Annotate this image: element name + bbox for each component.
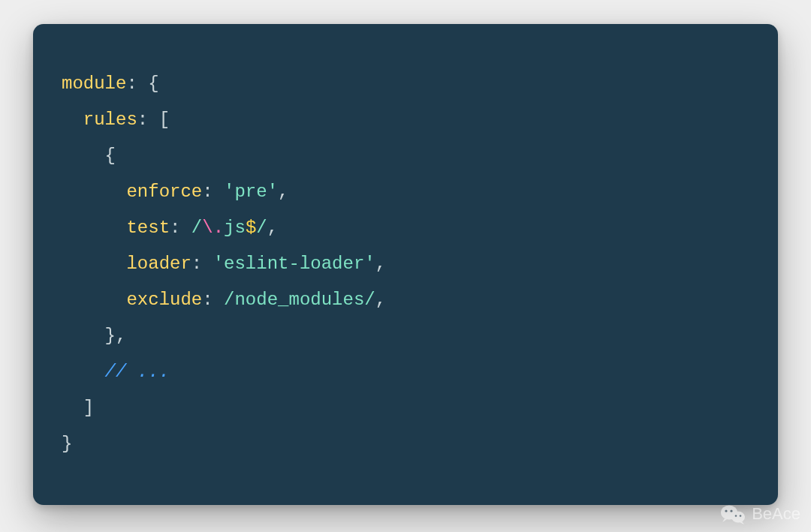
code-token: , <box>278 182 288 202</box>
code-token: / <box>191 218 202 238</box>
code-token: test <box>126 218 170 238</box>
svg-point-5 <box>740 515 742 517</box>
code-token: $ <box>246 218 256 238</box>
svg-point-1 <box>731 512 745 523</box>
svg-point-0 <box>721 506 737 520</box>
code-token: : <box>202 290 224 310</box>
code-token: , <box>375 254 386 274</box>
code-token: \. <box>202 218 224 238</box>
svg-point-4 <box>735 515 737 517</box>
svg-point-3 <box>731 509 733 512</box>
code-token: /node_modules/ <box>224 290 375 310</box>
code-token: module <box>62 74 126 94</box>
code-token: 'pre' <box>224 182 278 202</box>
code-token: 'eslint-loader' <box>213 254 375 274</box>
code-token: : <box>202 182 224 202</box>
code-token: rules <box>83 110 137 130</box>
code-token: ] <box>83 398 94 418</box>
code-token: js <box>224 218 246 238</box>
code-token: // ... <box>105 362 170 382</box>
code-token: : [ <box>137 110 170 130</box>
code-token: { <box>105 146 116 166</box>
code-token: enforce <box>126 182 202 202</box>
code-token: loader <box>126 254 191 274</box>
code-snippet-card: module: { rules: [ { enforce: 'pre', tes… <box>33 24 778 505</box>
code-token: : { <box>126 74 158 94</box>
code-token: } <box>62 434 72 454</box>
watermark: BeAce <box>720 503 800 524</box>
code-block: module: { rules: [ { enforce: 'pre', tes… <box>62 66 749 462</box>
code-token: : <box>170 218 191 238</box>
svg-point-2 <box>725 509 728 512</box>
code-token: }, <box>105 326 127 346</box>
code-token: , <box>267 218 278 238</box>
watermark-label: BeAce <box>752 504 800 524</box>
code-token: / <box>256 218 267 238</box>
code-token: : <box>191 254 213 274</box>
code-token: exclude <box>126 290 202 310</box>
wechat-icon <box>720 503 746 524</box>
code-token: , <box>375 290 386 310</box>
